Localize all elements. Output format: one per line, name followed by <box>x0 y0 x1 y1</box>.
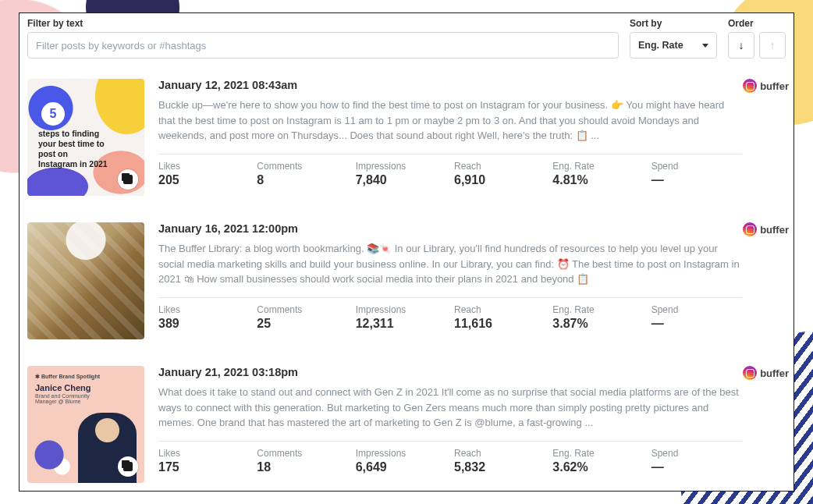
divider <box>158 441 742 442</box>
brand-badge[interactable]: buffer <box>743 79 789 93</box>
post-date: January 21, 2021 03:18pm <box>158 366 742 378</box>
metric-value: 205 <box>158 173 249 187</box>
post-date: January 12, 2021 08:43am <box>158 79 742 91</box>
thumb-caption: steps to finding your best time to post … <box>38 129 108 170</box>
post-thumbnail[interactable]: ✱ Buffer Brand Spotlight Janice Cheng Br… <box>27 366 144 483</box>
metric-label: Eng. Rate <box>552 304 643 315</box>
thumb-badge-number: 5 <box>41 102 65 126</box>
metric-value: — <box>651 173 742 187</box>
metrics-row: Likes205 Comments8 Impressions7,840 Reac… <box>158 161 742 187</box>
metric-label: Likes <box>158 304 249 315</box>
brand-badge[interactable]: buffer <box>743 222 789 236</box>
metric-value: 25 <box>257 317 347 331</box>
post-excerpt: What does it take to stand out and conne… <box>158 385 742 430</box>
metric-label: Comments <box>257 304 347 315</box>
metric-value: 3.62% <box>552 460 643 474</box>
filter-input[interactable] <box>27 32 619 59</box>
metric-value: — <box>651 317 742 331</box>
post-thumbnail[interactable]: 5 steps to finding your best time to pos… <box>27 79 144 196</box>
arrow-up-icon: ↑ <box>770 39 776 51</box>
brand-name: buffer <box>760 367 789 379</box>
metric-label: Spend <box>651 161 742 172</box>
metric-label: Comments <box>257 448 347 459</box>
brand-name: buffer <box>760 80 789 92</box>
post-date: January 16, 2021 12:00pm <box>158 222 742 235</box>
instagram-icon <box>743 79 757 93</box>
post-row: 5 steps to finding your best time to pos… <box>20 68 793 211</box>
instagram-icon <box>743 222 757 236</box>
thumb-role: Brand and Community Manager @ Blume <box>35 393 105 404</box>
metric-label: Reach <box>454 161 545 172</box>
metric-label: Spend <box>651 304 742 315</box>
metric-label: Eng. Rate <box>552 161 643 172</box>
post-excerpt: Buckle up—we're here to show you how to … <box>158 98 742 143</box>
filter-label: Filter by text <box>27 18 619 29</box>
metric-label: Eng. Rate <box>552 448 643 459</box>
metric-label: Likes <box>158 448 249 459</box>
posts-panel: Filter by text Sort by Eng. Rate Order ↓… <box>19 12 794 492</box>
thumb-decoration <box>32 439 75 478</box>
metric-value: 389 <box>158 317 249 331</box>
metric-label: Impressions <box>356 161 446 172</box>
post-thumbnail[interactable] <box>27 222 144 339</box>
order-asc-button[interactable]: ↑ <box>759 32 786 59</box>
metric-label: Impressions <box>356 304 446 315</box>
thumb-topline: ✱ Buffer Brand Spotlight <box>35 374 137 380</box>
post-excerpt: The Buffer Library: a blog worth bookmar… <box>158 241 742 286</box>
metric-value: 18 <box>257 460 347 474</box>
brand-name: buffer <box>760 224 789 236</box>
metric-label: Likes <box>158 161 249 172</box>
carousel-icon <box>118 169 138 190</box>
arrow-down-icon: ↓ <box>739 39 744 51</box>
metric-value: 175 <box>158 460 249 474</box>
post-row: ✱ Buffer Brand Spotlight Janice Cheng Br… <box>20 355 793 492</box>
metric-label: Spend <box>651 448 742 459</box>
divider <box>158 297 742 298</box>
sort-value: Eng. Rate <box>638 40 683 51</box>
metric-value: 7,840 <box>356 173 446 187</box>
divider <box>158 154 742 154</box>
order-desc-button[interactable]: ↓ <box>728 32 754 59</box>
metrics-row: Likes175 Comments18 Impressions6,649 Rea… <box>158 448 742 474</box>
carousel-icon <box>118 456 138 477</box>
post-row: buffer January 16, 2021 12:00pm The Buff… <box>20 211 793 355</box>
order-label: Order <box>728 18 786 29</box>
metric-value: — <box>651 460 742 474</box>
metric-value: 8 <box>257 173 347 187</box>
thumbnail-image <box>27 222 144 339</box>
thumb-name: Janice Cheng <box>35 383 137 392</box>
metric-label: Impressions <box>356 448 446 459</box>
metric-value: 11,616 <box>454 317 545 331</box>
metric-label: Comments <box>257 161 347 172</box>
chevron-down-icon <box>702 44 708 48</box>
metric-value: 12,311 <box>356 317 446 331</box>
sort-label: Sort by <box>630 18 717 29</box>
metric-value: 3.87% <box>552 317 643 331</box>
metric-value: 5,832 <box>454 460 545 474</box>
brand-badge[interactable]: buffer <box>743 366 789 380</box>
sort-select[interactable]: Eng. Rate <box>630 32 717 59</box>
metrics-row: Likes389 Comments25 Impressions12,311 Re… <box>158 304 742 331</box>
metric-label: Reach <box>454 448 545 459</box>
metric-value: 6,649 <box>356 460 446 474</box>
instagram-icon <box>743 366 757 380</box>
metric-value: 6,910 <box>454 173 545 187</box>
metric-value: 4.81% <box>552 173 643 187</box>
filter-row: Filter by text Sort by Eng. Rate Order ↓… <box>20 13 793 68</box>
metric-label: Reach <box>454 304 545 315</box>
